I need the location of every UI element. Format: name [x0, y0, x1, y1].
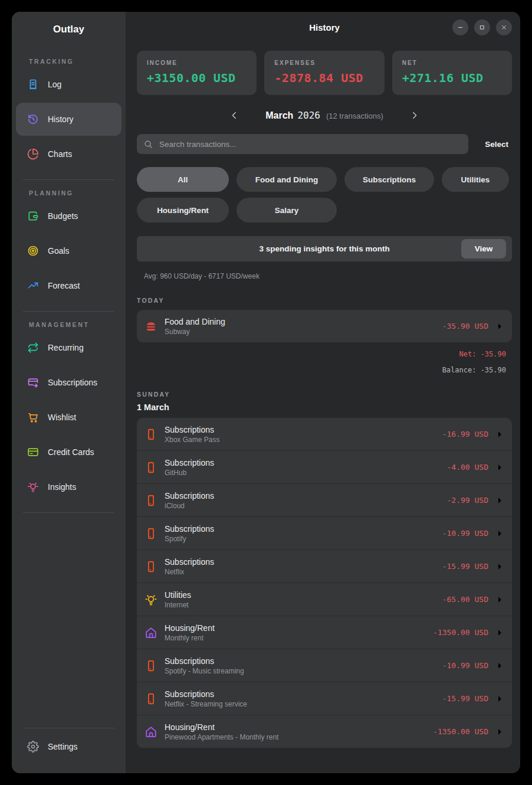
sidebar-item-label: Credit Cards: [48, 447, 94, 457]
summary-card-amount: -2878.84 USD: [274, 71, 374, 85]
insights-banner[interactable]: 3 spending insights for this month View: [137, 236, 512, 261]
transaction-amount: -4.00 USD: [447, 463, 488, 472]
transaction-amount: -35.90 USD: [442, 322, 488, 331]
app-title: Outlay: [16, 24, 121, 35]
sidebar-item-recurring[interactable]: Recurring: [16, 331, 121, 364]
sidebar-item-insights[interactable]: Insights: [16, 470, 121, 503]
transaction-description: Netflix - Streaming service: [165, 700, 247, 708]
filter-chip-salary[interactable]: Salary: [237, 198, 337, 223]
day-label: SUNDAY: [137, 391, 512, 398]
net-card: NET +271.16 USD: [392, 51, 512, 95]
month-navigator: March 2026 (12 transactions): [137, 109, 512, 122]
transaction-row[interactable]: Food and Dining Subway -35.90 USD: [137, 310, 512, 342]
sidebar-item-label: Subscriptions: [48, 378, 97, 387]
previous-month-button[interactable]: [228, 109, 241, 122]
sidebar-section: PLANNING Budgets Goals: [16, 189, 121, 312]
filter-chip-label: Housing/Rent: [157, 206, 209, 215]
transaction-row[interactable]: Utilities Internet -65.00 USD: [137, 583, 512, 616]
close-icon: [500, 24, 508, 31]
sidebar-item-history[interactable]: History: [16, 103, 121, 136]
month-year: 2026: [297, 110, 320, 121]
summary-card-amount: +271.16 USD: [402, 71, 502, 85]
summary-card-label: INCOME: [147, 60, 247, 66]
sidebar-section: MANAGEMENT Recurring Subscriptions: [16, 321, 121, 513]
transaction-description: Xbox Game Pass: [165, 436, 219, 444]
sidebar-item-label: Goals: [48, 246, 70, 256]
transaction-row[interactable]: Subscriptions iCloud -2.99 USD: [137, 483, 512, 516]
sidebar-item-wishlist[interactable]: Wishlist: [16, 401, 121, 434]
smartphone-icon: [145, 659, 157, 672]
transaction-row[interactable]: Subscriptions Netflix - Streaming servic…: [137, 682, 512, 715]
transaction-category: Subscriptions: [165, 557, 214, 567]
chevron-right-icon: [495, 529, 504, 538]
burger-icon: [145, 320, 157, 333]
chevron-right-icon: [495, 430, 504, 439]
repeat-icon: [27, 342, 39, 354]
sidebar-divider: [23, 512, 114, 513]
home-icon: [145, 626, 157, 639]
filter-chip-utilities[interactable]: Utilities: [442, 167, 509, 192]
balance-total: Balance: -35.90: [137, 366, 506, 374]
sidebar-item-log[interactable]: Log: [16, 68, 121, 101]
target-icon: [27, 245, 39, 257]
transaction-description: Netflix: [165, 568, 214, 576]
transaction-groups: TODAY Food and Dining Subway -35.90: [137, 280, 512, 748]
chevron-right-icon: [495, 463, 504, 472]
transaction-row[interactable]: Housing/Rent Monthly rent -1350.00 USD: [137, 616, 512, 649]
chevron-left-icon: [230, 111, 239, 120]
sidebar-item-forecast[interactable]: Forecast: [16, 269, 121, 302]
transaction-row[interactable]: Subscriptions Netflix -15.99 USD: [137, 550, 512, 583]
transaction-text: Housing/Rent Monthly rent: [165, 623, 215, 642]
filter-chip-all[interactable]: All: [137, 167, 229, 192]
sidebar-item-settings[interactable]: Settings: [16, 730, 121, 763]
search-input[interactable]: [158, 139, 461, 149]
transaction-row[interactable]: Housing/Rent Pinewood Apartments - Month…: [137, 715, 512, 748]
transaction-amount: -15.99 USD: [442, 694, 488, 703]
transaction-category: Subscriptions: [165, 425, 219, 434]
smartphone-icon: [145, 560, 157, 573]
filter-chip-housing-rent[interactable]: Housing/Rent: [137, 198, 229, 223]
expenses-card: EXPENSES -2878.84 USD: [264, 51, 384, 95]
select-button[interactable]: Select: [485, 140, 508, 149]
sidebar-section: TRACKING Log History: [16, 58, 121, 180]
minimize-button[interactable]: [452, 19, 468, 35]
transaction-amount: -16.99 USD: [442, 430, 488, 439]
filter-chip-label: All: [178, 175, 188, 184]
chevron-right-icon: [495, 661, 504, 670]
maximize-icon: [478, 24, 486, 31]
sidebar-section-label: PLANNING: [16, 189, 121, 197]
filter-chip-food-and-dining[interactable]: Food and Dining: [237, 167, 337, 192]
maximize-button[interactable]: [474, 19, 490, 35]
chevron-right-icon: [495, 595, 504, 604]
summary-cards: INCOME +3150.00 USD EXPENSES -2878.84 US…: [137, 51, 512, 95]
next-month-button[interactable]: [408, 109, 421, 122]
day-date: 1 March: [137, 403, 512, 412]
view-insights-button[interactable]: View: [461, 239, 506, 259]
transaction-description: Internet: [165, 601, 191, 609]
transaction-row[interactable]: Subscriptions Spotify - Music streaming …: [137, 649, 512, 682]
trending-up-icon: [27, 280, 39, 292]
transaction-row[interactable]: Subscriptions Xbox Game Pass -16.99 USD: [137, 418, 512, 450]
transaction-text: Housing/Rent Pinewood Apartments - Month…: [165, 722, 278, 741]
sidebar-item-credit-cards[interactable]: Credit Cards: [16, 436, 121, 469]
lightbulb-icon: [27, 481, 39, 493]
filter-chips: All Food and Dining Subscriptions Utilit…: [137, 167, 512, 223]
transaction-row[interactable]: Subscriptions GitHub -4.00 USD: [137, 450, 512, 483]
sidebar-item-charts[interactable]: Charts: [16, 138, 121, 171]
filter-chip-label: Utilities: [461, 175, 490, 184]
chevron-right-icon: [410, 111, 419, 120]
transaction-description: Monthly rent: [165, 634, 215, 642]
filter-chip-subscriptions[interactable]: Subscriptions: [344, 167, 434, 192]
chevron-right-icon: [495, 694, 504, 704]
wallet-icon: [27, 210, 39, 222]
transaction-description: iCloud: [165, 502, 214, 510]
close-button[interactable]: [496, 19, 512, 35]
smartphone-icon: [145, 692, 157, 705]
sidebar-item-goals[interactable]: Goals: [16, 234, 121, 267]
transaction-description: Spotify: [165, 535, 214, 543]
group-footer: Net: -35.90 Balance: -35.90: [137, 350, 512, 374]
sidebar-item-budgets[interactable]: Budgets: [16, 199, 121, 233]
sidebar-item-subscriptions[interactable]: Subscriptions: [16, 366, 121, 399]
transaction-row[interactable]: Subscriptions Spotify -10.99 USD: [137, 516, 512, 550]
transaction-description: Pinewood Apartments - Monthly rent: [165, 733, 278, 741]
